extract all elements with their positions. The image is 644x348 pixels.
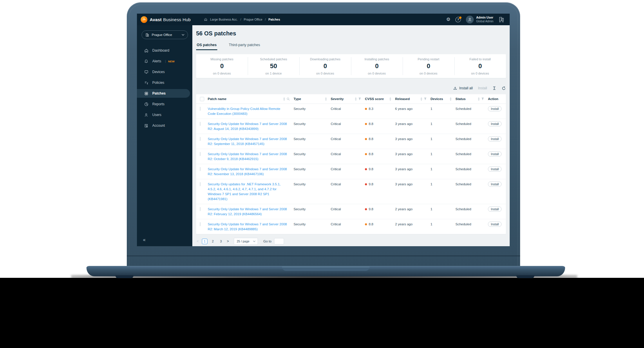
column-header-severity[interactable]: Severity: [331, 97, 365, 101]
breadcrumb-site[interactable]: Prague Office: [244, 18, 262, 21]
column-header-label: Action: [488, 97, 498, 101]
stage: Avast Business Hub Large Business Acc. /…: [0, 0, 644, 348]
page-size-select[interactable]: 25 / page: [234, 238, 258, 245]
stat-label: Failed to install: [454, 57, 506, 61]
pagination-page-2[interactable]: 2: [210, 239, 216, 244]
stat-installing-patches: Installing patches0on 0 devices: [351, 54, 403, 78]
patch-name-link[interactable]: Security Only Update for Windows 7 and S…: [208, 222, 294, 232]
sidebar-item-account[interactable]: Account: [137, 121, 192, 130]
row-install-button[interactable]: Install: [488, 121, 502, 126]
row-install-button[interactable]: Install: [488, 166, 502, 172]
sort-icon[interactable]: [420, 97, 422, 101]
patch-name-link[interactable]: Security Only Update for Windows 7 and S…: [208, 122, 294, 131]
goto-label: Go to: [263, 240, 272, 243]
sidebar-item-reports[interactable]: Reports: [137, 100, 192, 108]
filter-icon[interactable]: [358, 97, 361, 100]
row-install-button[interactable]: Install: [488, 106, 502, 111]
row-install-button[interactable]: Install: [488, 151, 502, 157]
search-icon[interactable]: [287, 97, 290, 101]
tab-third-party-patches[interactable]: Third-party patches: [228, 43, 261, 50]
breadcrumb-account[interactable]: Large Business Acc.: [210, 18, 238, 21]
stat-value: 50: [248, 62, 299, 70]
cvss-dot: [365, 183, 367, 185]
download-icon: [453, 86, 457, 90]
patch-name-link[interactable]: Security Only updates for .NET Framework…: [208, 182, 294, 202]
sort-icon[interactable]: [450, 97, 452, 101]
table-header-row: Patch nameTypeSeverityCVSS scoreReleased…: [196, 94, 506, 104]
user-chip[interactable]: Admin User Global Admin: [466, 16, 493, 23]
row-checkbox[interactable]: [200, 122, 200, 126]
account-icon: [144, 124, 149, 128]
install-button[interactable]: Install: [478, 86, 487, 90]
column-header-released[interactable]: Released: [395, 97, 430, 101]
row-checkbox[interactable]: [200, 107, 200, 111]
patch-name-link[interactable]: Security Only Update for Windows 7 and S…: [208, 152, 294, 162]
row-checkbox[interactable]: [200, 222, 200, 226]
sidebar-item-patches[interactable]: Patches: [137, 89, 190, 98]
row-install-button[interactable]: Install: [488, 206, 502, 212]
pagination-page-3[interactable]: 3: [218, 239, 224, 244]
sidebar-item-alerts[interactable]: Alerts|NEW: [137, 57, 192, 66]
row-checkbox[interactable]: [200, 152, 200, 156]
row-install-button[interactable]: Install: [488, 136, 502, 142]
pagination-prev[interactable]: <: [196, 239, 199, 243]
filter-icon[interactable]: [424, 97, 427, 100]
sidebar-item-dashboard[interactable]: Dashboard: [137, 46, 192, 55]
sidebar-item-devices[interactable]: Devices: [137, 68, 192, 76]
breadcrumb: Large Business Acc. / Prague Office / Pa…: [204, 18, 280, 21]
cvss-score: 8.8: [365, 222, 395, 227]
row-install-button[interactable]: Install: [488, 222, 502, 227]
row-install-button[interactable]: Install: [488, 182, 502, 187]
patch-name-link[interactable]: Security Only Update for Windows 7 and S…: [208, 207, 294, 217]
stat-pending-restart: Pending restart0on 0 devices: [403, 54, 454, 78]
column-header-action: Action: [488, 97, 506, 101]
sort-icon[interactable]: [283, 97, 285, 101]
column-header-type[interactable]: Type: [294, 97, 331, 101]
pagination-page-1[interactable]: 1: [202, 239, 207, 244]
column-header-patch-name[interactable]: Patch name: [208, 97, 294, 101]
select-all-checkbox[interactable]: [200, 97, 204, 101]
goto-page-input[interactable]: [274, 238, 284, 244]
sidebar-collapse-button[interactable]: «: [143, 237, 146, 243]
refresh-icon[interactable]: [502, 86, 506, 90]
column-header-devices[interactable]: Devices: [430, 97, 455, 101]
patch-name-link[interactable]: Vulnerability in Group Policy Could Allo…: [208, 106, 294, 116]
patch-devices: 1: [430, 222, 455, 227]
sort-icon[interactable]: [478, 97, 480, 101]
column-header-cvss-score[interactable]: CVSS score: [365, 97, 395, 101]
pagination-next[interactable]: >: [226, 239, 229, 243]
brand[interactable]: Avast Business Hub: [141, 16, 191, 23]
row-checkbox[interactable]: [200, 182, 200, 186]
row-checkbox[interactable]: [200, 167, 200, 171]
sidebar-item-users[interactable]: Users: [137, 110, 192, 119]
table-row: Security Only updates for .NET Framework…: [196, 179, 506, 204]
column-header-label: Devices: [430, 97, 443, 101]
stat-value: 0: [454, 62, 506, 70]
site-selector[interactable]: Prague Office: [142, 30, 188, 39]
stats-card: Missing patches0on 0 devicesScheduled pa…: [196, 54, 506, 78]
top-bar: Avast Business Hub Large Business Acc. /…: [137, 14, 510, 25]
sort-icon[interactable]: [325, 97, 327, 101]
sort-icon[interactable]: [389, 97, 391, 101]
install-all-button[interactable]: Install all: [453, 86, 473, 90]
filter-icon[interactable]: [481, 97, 484, 100]
stat-subtext: on 0 devices: [351, 72, 403, 75]
sort-icon[interactable]: [355, 97, 357, 101]
tab-os-patches[interactable]: OS patches: [196, 43, 217, 50]
row-checkbox[interactable]: [200, 137, 200, 141]
column-header-status[interactable]: Status: [455, 97, 488, 101]
row-height-icon[interactable]: [492, 86, 496, 90]
stat-subtext: on 0 devices: [454, 72, 506, 75]
patch-name-link[interactable]: Security Only Update for Windows 7 and S…: [208, 167, 294, 177]
row-checkbox[interactable]: [200, 207, 200, 211]
patch-name-link[interactable]: Security Only Update for Windows 7 and S…: [208, 137, 294, 146]
sidebar-item-policies[interactable]: Policies: [137, 78, 192, 87]
sidebar-item-label: Account: [152, 124, 165, 128]
laptop-foot: [516, 275, 534, 278]
home-icon[interactable]: [204, 18, 207, 21]
company-switcher-icon[interactable]: [498, 17, 504, 23]
sidebar-item-label: Dashboard: [152, 48, 169, 52]
stat-scheduled-patches: Scheduled patches50on 1 device: [248, 54, 299, 78]
gear-icon[interactable]: ⚙: [446, 17, 450, 22]
help-icon[interactable]: ?: [455, 17, 461, 22]
